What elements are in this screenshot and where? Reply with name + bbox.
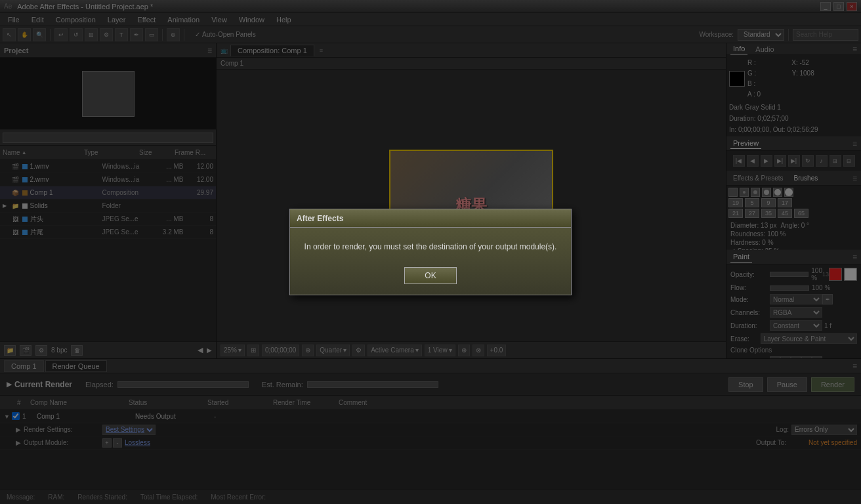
dialog-titlebar: After Effects	[290, 209, 571, 228]
dialog-message: In order to render, you must set the des…	[303, 241, 558, 253]
dialog-box: After Effects In order to render, you mu…	[289, 209, 572, 295]
dialog-ok-button[interactable]: OK	[404, 267, 457, 284]
dialog-buttons: OK	[290, 261, 571, 295]
dialog-body: In order to render, you must set the des…	[290, 228, 571, 260]
dialog-overlay: After Effects In order to render, you mu…	[0, 0, 861, 504]
dialog-title: After Effects	[297, 214, 343, 223]
